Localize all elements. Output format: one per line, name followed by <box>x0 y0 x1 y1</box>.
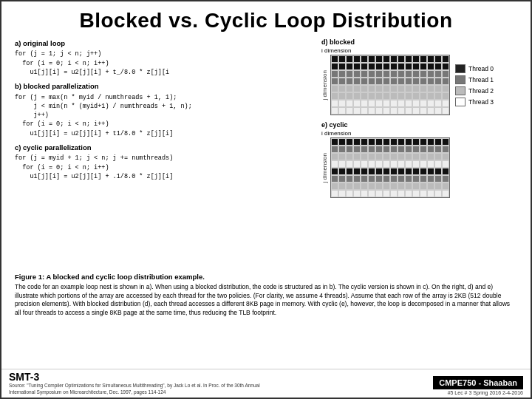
cyclic-cell <box>368 146 375 153</box>
blocked-j-dim: j dimension <box>321 70 328 100</box>
legend-box-t1 <box>455 75 466 84</box>
cyclic-cell <box>346 168 353 175</box>
blocked-cell <box>405 78 412 85</box>
blocked-cell <box>398 85 405 92</box>
blocked-cell <box>331 85 338 92</box>
blocked-cell <box>383 85 390 92</box>
cyclic-cell <box>346 146 353 153</box>
cyclic-cell <box>427 183 434 190</box>
cyclic-cell <box>420 168 427 175</box>
blocked-cell <box>338 70 346 78</box>
blocked-cell <box>442 78 449 85</box>
blocked-cell <box>398 70 405 78</box>
cyclic-cell <box>346 175 353 183</box>
blocked-cell <box>331 78 338 85</box>
blocked-cell <box>375 70 383 78</box>
cyclic-cell <box>420 160 427 168</box>
blocked-cell <box>390 107 398 115</box>
blocked-cell <box>412 107 420 115</box>
blocked-cell <box>375 107 383 115</box>
cyclic-cell <box>353 146 361 153</box>
blocked-cell <box>420 107 427 115</box>
blocked-cell <box>442 107 449 115</box>
figure-caption: Figure 1: A blocked and cyclic loop dist… <box>15 272 517 317</box>
blocked-cell <box>383 55 390 63</box>
blocked-i-dim: i dimension <box>321 47 517 54</box>
cyclic-cell <box>375 183 383 190</box>
blocked-cell <box>405 70 412 78</box>
blocked-cell <box>427 100 434 107</box>
cyclic-cell <box>353 175 361 183</box>
blocked-cell <box>390 92 398 100</box>
cyclic-cell <box>442 183 449 190</box>
blocked-cell <box>353 78 361 85</box>
blocked-cell <box>420 55 427 63</box>
cyclic-cell <box>361 146 368 153</box>
cyclic-cell <box>434 183 442 190</box>
blocked-cell <box>442 55 449 63</box>
blocked-cell <box>434 55 442 63</box>
blocked-cell <box>427 70 434 78</box>
blocked-cell <box>368 100 375 107</box>
blocked-cell <box>331 100 338 107</box>
cyclic-cell <box>398 153 405 160</box>
blocked-cell <box>398 92 405 100</box>
cyclic-cell <box>390 175 398 183</box>
cyclic-cell <box>383 175 390 183</box>
blocked-cell <box>412 100 420 107</box>
blocked-cell <box>353 85 361 92</box>
blocked-cell <box>361 70 368 78</box>
cyclic-cell <box>434 153 442 160</box>
blocked-cell <box>353 107 361 115</box>
section-c-label: c) cyclic parallelization <box>15 143 316 152</box>
cyclic-cell <box>442 138 449 146</box>
blocked-cell <box>331 107 338 115</box>
cyclic-cell <box>398 160 405 168</box>
cyclic-cell <box>412 153 420 160</box>
cyclic-cell <box>434 160 442 168</box>
left-content: a) original loop for (j = 1; j < n; j++)… <box>15 38 316 267</box>
blocked-cell <box>420 92 427 100</box>
cyclic-cell <box>361 168 368 175</box>
cyclic-cell <box>361 138 368 146</box>
section-a-label: a) original loop <box>15 38 316 48</box>
cyclic-j-dim: j dimension <box>321 153 328 183</box>
blocked-cell <box>361 85 368 92</box>
blocked-cell <box>346 78 353 85</box>
cyclic-cell <box>442 175 449 183</box>
cyclic-cell <box>390 146 398 153</box>
blocked-cell <box>427 107 434 115</box>
blocked-cell <box>427 92 434 100</box>
cyclic-cell <box>420 175 427 183</box>
cyclic-cell <box>361 160 368 168</box>
blocked-cell <box>405 85 412 92</box>
cyclic-cell <box>383 190 390 197</box>
blocked-cell <box>338 107 346 115</box>
blocked-cell <box>405 107 412 115</box>
cyclic-cell <box>361 153 368 160</box>
section-a-code: for (j = 1; j < n; j++) for (i = 0; i < … <box>15 50 316 77</box>
legend-label-t3: Thread 3 <box>468 98 494 106</box>
blocked-cell <box>361 55 368 63</box>
blocked-cell <box>434 85 442 92</box>
blocked-cell <box>338 78 346 85</box>
blocked-cell <box>420 85 427 92</box>
cyclic-cell <box>398 190 405 197</box>
smt-label: SMT-3 <box>9 371 267 383</box>
blocked-cell <box>434 100 442 107</box>
cyclic-cell <box>405 168 412 175</box>
cyclic-cell <box>412 168 420 175</box>
cyclic-cell <box>383 146 390 153</box>
blocked-cell <box>434 63 442 70</box>
blocked-cell <box>412 78 420 85</box>
blocked-cell <box>346 70 353 78</box>
cyclic-cell <box>368 168 375 175</box>
cyclic-cell <box>427 153 434 160</box>
cyclic-cell <box>434 138 442 146</box>
legend-label-t0: Thread 0 <box>468 65 494 72</box>
blocked-cell <box>361 107 368 115</box>
cyclic-cell <box>405 175 412 183</box>
cyclic-cell <box>338 138 346 146</box>
cyclic-cell <box>331 138 338 146</box>
cyclic-cell <box>412 183 420 190</box>
